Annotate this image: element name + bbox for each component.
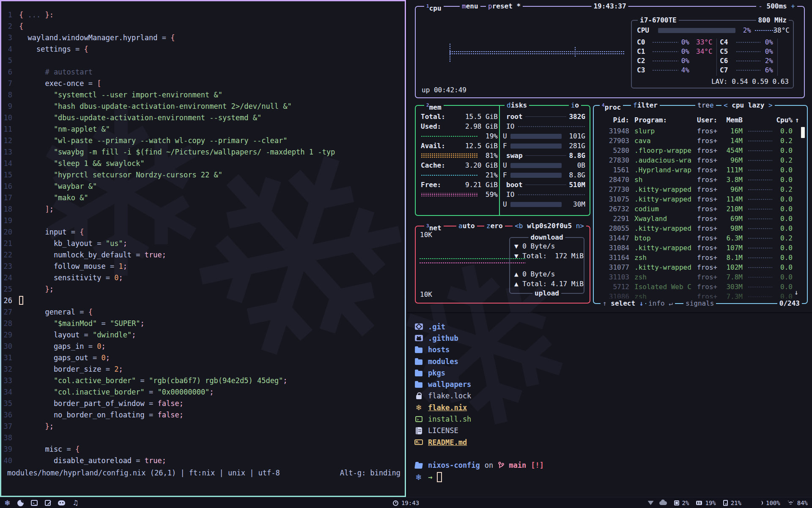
filter-button[interactable]: filter <box>631 100 660 110</box>
btop-window[interactable]: 1cpu menu preset * 19:43:37 - 500ms + up… <box>407 0 812 312</box>
editor-line[interactable]: 12 "wl-paste --primary --watch wl-copy -… <box>1 135 405 146</box>
editor-line[interactable]: 17 "mako &" <box>1 192 405 204</box>
editor-line[interactable]: 29 layout = "dwindle"; <box>1 329 405 341</box>
process-row[interactable]: 28055.kitty-wrappedfros+98M0.0 <box>600 224 801 233</box>
process-row[interactable]: 31075.kitty-wrappedfros+114M0.0 <box>600 194 801 204</box>
process-row[interactable]: 27903cavafros+14M0.2 <box>600 136 801 146</box>
editor-line[interactable]: 13 "swaybg -m fill -i $(find ~/Pictures/… <box>1 146 405 158</box>
sort-selector[interactable]: < cpu lazy > <box>721 100 775 110</box>
proc-panel-title[interactable]: 4proc <box>600 100 623 113</box>
file-list-item[interactable]: pkgs <box>414 367 812 378</box>
editor-line[interactable]: 4 settings = { <box>1 44 405 55</box>
music-icon[interactable]: ♫ <box>72 500 78 506</box>
editor-line[interactable]: 19 <box>1 215 405 226</box>
editor-line[interactable]: 25 }; <box>1 284 405 295</box>
btop-proc-panel[interactable]: 4proc filter tree < cpu lazy > Pid: Prog… <box>593 105 808 304</box>
editor-line[interactable]: 10 "dbus-update-activation-environment -… <box>1 112 405 124</box>
editor-line[interactable]: 32 border_size = 2; <box>1 364 405 375</box>
volume-icon[interactable] <box>755 500 763 505</box>
editor-line[interactable]: 8 "systemctl --user import-environment &… <box>1 89 405 101</box>
preset-button[interactable]: preset * <box>486 1 523 11</box>
discord-icon[interactable] <box>58 500 65 505</box>
nix-logo-icon[interactable]: ❄ <box>4 500 10 507</box>
editor-line[interactable]: 30 gaps_in = 0; <box>1 341 405 352</box>
net-auto-button[interactable]: auto <box>456 221 477 231</box>
file-list-item[interactable]: .git <box>414 321 812 332</box>
editor-line[interactable]: 2{ <box>1 21 405 32</box>
editor-line[interactable]: 27 general = { <box>1 306 405 318</box>
firefox-icon[interactable] <box>17 500 24 506</box>
editor-line[interactable]: 28 "$mainMod" = "SUPER"; <box>1 318 405 329</box>
editor-line[interactable]: 37 }; <box>1 421 405 432</box>
editor-line[interactable]: 36 no_border_on_floating = false; <box>1 409 405 421</box>
btop-mem-panel[interactable]: 2mem disks io Total:15.5 GiBUsed:2.98 Gi… <box>415 105 590 216</box>
proc-scrollbar[interactable] <box>801 127 805 138</box>
mem-panel-title[interactable]: 2mem <box>424 100 444 113</box>
btop-net-panel[interactable]: 3net auto zero <b wlp0s20f0u5 n> 10K 10K… <box>415 226 590 304</box>
terminal-launcher-icon[interactable] <box>31 500 38 506</box>
editor-line[interactable]: 21 kb_layout = "us"; <box>1 238 405 249</box>
file-list-item[interactable]: modules <box>414 356 812 367</box>
proc-table-header[interactable]: Pid: Program: User: MemB Cpu% ↑ <box>600 116 801 126</box>
signals-control[interactable]: signals <box>683 298 716 309</box>
editor-line[interactable]: 39 misc = { <box>1 444 405 455</box>
process-row[interactable]: 31948slurpfros+16M0.0 <box>600 126 801 136</box>
net-zero-button[interactable]: zero <box>484 221 505 231</box>
file-list-item[interactable]: README.md <box>414 436 812 448</box>
editor-line[interactable]: 35 border_part_of_window = false; <box>1 398 405 409</box>
editor-line[interactable]: 16 "waybar &" <box>1 181 405 192</box>
editor-line[interactable]: 31 gaps_out = 0; <box>1 352 405 364</box>
file-list-item[interactable]: ❄flake.nix <box>414 402 812 413</box>
file-list-item[interactable]: flake.lock <box>414 390 812 402</box>
process-row[interactable]: 28470shfros+3.8M0.0 <box>600 175 801 185</box>
editor-line[interactable]: 38 <box>1 432 405 444</box>
editor-window[interactable]: 1{ ... }:2{3 wayland.windowManager.hyprl… <box>0 0 406 497</box>
tray-cloud-icon[interactable] <box>659 501 667 505</box>
editor-line[interactable]: 22 numlock_by_default = true; <box>1 249 405 261</box>
btop-cpu-panel[interactable]: 1cpu menu preset * 19:43:37 - 500ms + up… <box>415 6 805 98</box>
file-list-item[interactable]: wallpapers <box>414 378 812 390</box>
net-interface-selector[interactable]: <b wlp0s20f0u5 n> <box>513 221 586 231</box>
editor-line[interactable]: 7 exec-once = [ <box>1 78 405 89</box>
io-mode-button[interactable]: io <box>569 100 581 110</box>
editor-line[interactable]: 24 sensitivity = 0; <box>1 272 405 284</box>
file-list-item[interactable]: LICENSE <box>414 425 812 436</box>
disks-panel-title[interactable]: disks <box>505 100 529 110</box>
process-row[interactable]: 26732codiumfros+210M0.0 <box>600 204 801 214</box>
editor-line[interactable]: 6 # autostart <box>1 66 405 78</box>
process-row[interactable]: 31447btopfros+6.3M0.2 <box>600 233 801 243</box>
editor-line[interactable]: 18 ]; <box>1 204 405 215</box>
shell-input-line[interactable]: ❄ → <box>414 471 812 483</box>
info-control[interactable]: info ↵ <box>646 298 675 309</box>
file-list-item[interactable]: hosts <box>414 344 812 356</box>
process-row[interactable]: 31103zshfros+7.8M0.0 <box>600 272 801 282</box>
cpu-panel-title[interactable]: 1cpu <box>424 1 444 14</box>
menu-button[interactable]: menu <box>460 1 480 11</box>
tray-network-icon[interactable] <box>648 501 654 505</box>
tree-toggle[interactable]: tree <box>695 100 716 110</box>
editor-line[interactable]: 3 wayland.windowManager.hyprland = { <box>1 32 405 44</box>
process-row[interactable]: 1561.Hyprland-wrapfros+111M0.0 <box>600 165 801 175</box>
file-list-item[interactable]: .github <box>414 332 812 344</box>
wifi-icon[interactable] <box>787 501 794 505</box>
editor-line[interactable]: 9 "hash dbus-update-activation-environme… <box>1 101 405 112</box>
editor-line[interactable]: 23 follow_mouse = 1; <box>1 261 405 272</box>
editor-line[interactable]: 40 disable_autoreload = true; <box>1 455 405 467</box>
editor-line[interactable]: 33 "col.active_border" = "rgb(cba6f7) rg… <box>1 375 405 387</box>
editor-line[interactable]: 1{ ... }: <box>1 9 405 21</box>
process-row[interactable]: 31084.kitty-wrappedfros+107M0.0 <box>600 243 801 253</box>
terminal-window[interactable]: .git.githubhostsmodulespkgswallpapersfla… <box>407 313 812 497</box>
process-row[interactable]: 31077.kitty-wrappedfros+102M0.0 <box>600 262 801 272</box>
editor-line[interactable]: 11 "nm-applet &" <box>1 124 405 135</box>
editor-content[interactable]: 1{ ... }:2{3 wayland.windowManager.hyprl… <box>1 1 405 496</box>
editor-line[interactable]: 15 "hyprctl setcursor Nordzy-cursors 22 … <box>1 169 405 181</box>
process-row[interactable]: 5280.floorp-wrappefros+454M0.0 <box>600 146 801 155</box>
file-list-item[interactable]: install.sh <box>414 413 812 425</box>
process-row[interactable]: 31164zshfros+8.1M0.0 <box>600 253 801 262</box>
editor-line[interactable]: 14 "sleep 1 && swaylock" <box>1 158 405 169</box>
process-row[interactable]: 27730.kitty-wrappedfros+96M0.2 <box>600 185 801 194</box>
notes-icon[interactable] <box>45 500 51 506</box>
editor-line[interactable]: 34 "col.inactive_border" = "0x00000000"; <box>1 387 405 398</box>
editor-line[interactable]: 20 input = { <box>1 226 405 238</box>
process-row[interactable]: 2291Xwaylandfros+69M0.0 <box>600 214 801 224</box>
